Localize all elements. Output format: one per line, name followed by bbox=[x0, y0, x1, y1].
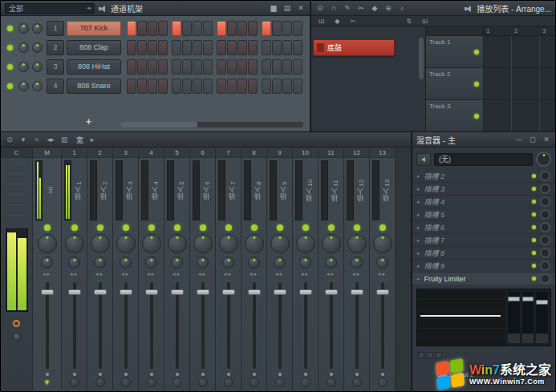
step-cell[interactable] bbox=[227, 21, 237, 36]
strip-name[interactable]: 主 bbox=[44, 160, 59, 220]
slot-name[interactable]: 插槽 6 bbox=[424, 222, 528, 232]
limiter-slider[interactable] bbox=[522, 292, 534, 343]
slot-name[interactable]: 插槽 4 bbox=[424, 196, 528, 207]
step-cell[interactable] bbox=[217, 59, 226, 75]
step-cell[interactable] bbox=[193, 21, 202, 36]
strip-name[interactable]: 插入 3 bbox=[124, 160, 136, 220]
strip-pan-knob[interactable] bbox=[193, 234, 213, 253]
step-cell[interactable] bbox=[237, 40, 247, 55]
strip-number[interactable]: 13 bbox=[370, 148, 395, 158]
step-cell[interactable] bbox=[193, 59, 202, 75]
strip-number[interactable]: 7 bbox=[216, 148, 241, 158]
step-cell[interactable] bbox=[137, 21, 147, 36]
strip-number[interactable]: 9 bbox=[267, 148, 292, 158]
channel-filter-dropdown[interactable]: 全部 ◂▸ bbox=[5, 3, 95, 14]
step-cell[interactable] bbox=[182, 59, 192, 75]
strip-number[interactable]: 1 bbox=[62, 148, 87, 158]
strip-stereo-knob[interactable] bbox=[325, 257, 337, 269]
strip-number[interactable]: 6 bbox=[190, 148, 215, 158]
step-cell[interactable] bbox=[172, 40, 181, 55]
channel-led[interactable] bbox=[7, 45, 13, 51]
step-cell[interactable] bbox=[217, 40, 226, 55]
channel-volume-knob[interactable] bbox=[32, 42, 43, 53]
graph-editor-icon[interactable]: ▆ bbox=[269, 5, 278, 12]
strip-volume-fader[interactable] bbox=[62, 282, 87, 369]
strip-fx-button[interactable] bbox=[301, 378, 310, 387]
slot-name[interactable]: 插槽 2 bbox=[424, 171, 528, 181]
fx-slot-empty[interactable]: ▸插槽 6 bbox=[412, 221, 555, 234]
step-cell[interactable] bbox=[193, 79, 202, 94]
track-lane[interactable] bbox=[484, 68, 555, 99]
step-cell[interactable] bbox=[182, 21, 192, 36]
strip-enable-led[interactable] bbox=[328, 224, 335, 231]
strip-number[interactable]: 5 bbox=[164, 148, 189, 158]
mixer-menu-icon[interactable]: ⊙ bbox=[5, 136, 14, 143]
channel-volume-knob[interactable] bbox=[32, 62, 43, 72]
strip-volume-fader[interactable] bbox=[190, 282, 215, 369]
strip-pan-knob[interactable] bbox=[168, 234, 187, 253]
slot-speaker-button[interactable] bbox=[416, 153, 431, 166]
track-sort-icon[interactable]: ⇅ bbox=[406, 18, 412, 25]
close-icon[interactable]: ✕ bbox=[296, 5, 306, 12]
channel-pan-knob[interactable] bbox=[18, 62, 29, 72]
detach-icon[interactable]: ▾ bbox=[18, 136, 28, 143]
mixer-strip-current[interactable]: C bbox=[1, 148, 33, 391]
step-cell[interactable] bbox=[262, 21, 271, 36]
channel-number-button[interactable]: 1 bbox=[47, 21, 64, 36]
slot-arrow-icon[interactable]: ▸ bbox=[417, 186, 420, 192]
strip-stereo-knob[interactable] bbox=[274, 257, 286, 269]
strip-pan-knob[interactable] bbox=[116, 234, 136, 253]
strip-volume-fader[interactable] bbox=[319, 282, 343, 369]
strip-volume-fader[interactable] bbox=[113, 282, 138, 369]
strip-pan-knob[interactable] bbox=[142, 234, 161, 253]
step-cell[interactable] bbox=[282, 21, 292, 36]
channel-pan-knob[interactable] bbox=[18, 81, 29, 91]
mixer-strip-6[interactable]: 6插入 6◂▸ bbox=[190, 148, 216, 391]
fx-slot-empty[interactable]: ▸插槽 9 bbox=[412, 260, 555, 273]
slot-name[interactable]: 插槽 7 bbox=[424, 235, 528, 245]
channel-name-button[interactable]: 808 Snare bbox=[67, 79, 121, 94]
step-cell[interactable] bbox=[282, 59, 292, 75]
strip-number[interactable]: M bbox=[33, 148, 61, 158]
fx-slot-empty[interactable]: ▸插槽 7 bbox=[412, 234, 555, 247]
mute-tool-icon[interactable]: ⊙ bbox=[315, 5, 325, 12]
select-tool-icon[interactable]: ◆ bbox=[370, 5, 379, 12]
strip-name[interactable]: 插入 11 bbox=[330, 160, 341, 220]
step-cell[interactable] bbox=[148, 79, 157, 94]
draw-tool-icon[interactable]: ✎ bbox=[343, 5, 352, 12]
mixer-strip-7[interactable]: 7插入 7◂▸ bbox=[216, 148, 241, 391]
channel-led[interactable] bbox=[7, 83, 13, 89]
strip-number[interactable]: 10 bbox=[293, 148, 318, 158]
strip-enable-led[interactable] bbox=[44, 224, 51, 231]
channel-number-button[interactable]: 3 bbox=[47, 59, 64, 75]
strip-fx-button[interactable] bbox=[275, 378, 285, 387]
step-cell[interactable] bbox=[262, 59, 271, 75]
strip-fx-button[interactable] bbox=[198, 378, 208, 387]
strip-name[interactable]: 插入 12 bbox=[355, 160, 367, 220]
mixer-view-label[interactable]: 宽 bbox=[76, 135, 83, 145]
step-cell[interactable] bbox=[237, 21, 247, 36]
zoom-tool-icon[interactable]: ⊕ bbox=[384, 5, 393, 12]
step-cell[interactable] bbox=[172, 21, 181, 36]
strip-enable-led[interactable] bbox=[123, 224, 129, 231]
strip-stereo-knob[interactable] bbox=[145, 257, 157, 269]
mixer-strip-4[interactable]: 4插入 4◂▸ bbox=[139, 148, 164, 391]
step-cell[interactable] bbox=[148, 21, 157, 36]
strip-number[interactable]: 12 bbox=[344, 148, 369, 158]
strip-stereo-knob[interactable] bbox=[94, 257, 106, 269]
slot-enable-led[interactable] bbox=[532, 277, 536, 281]
slot-mix-knob[interactable] bbox=[540, 261, 550, 271]
mixer-strip-3[interactable]: 3插入 3◂▸ bbox=[113, 148, 139, 391]
track-lane[interactable] bbox=[484, 100, 555, 131]
strip-volume-fader[interactable] bbox=[344, 282, 369, 369]
strip-volume-fader[interactable] bbox=[164, 282, 189, 369]
strip-enable-led[interactable] bbox=[200, 224, 206, 231]
mixer-strip-10[interactable]: 10插入 10◂▸ bbox=[293, 148, 319, 391]
step-cell[interactable] bbox=[158, 59, 168, 75]
slot-enable-led[interactable] bbox=[532, 187, 536, 191]
strip-fx-button[interactable] bbox=[147, 378, 156, 387]
slot-name[interactable]: 插槽 3 bbox=[424, 184, 528, 194]
channel-number-button[interactable]: 4 bbox=[47, 79, 64, 94]
routing-view-icon[interactable]: ◂▸ bbox=[46, 136, 55, 143]
step-cell[interactable] bbox=[272, 21, 282, 36]
